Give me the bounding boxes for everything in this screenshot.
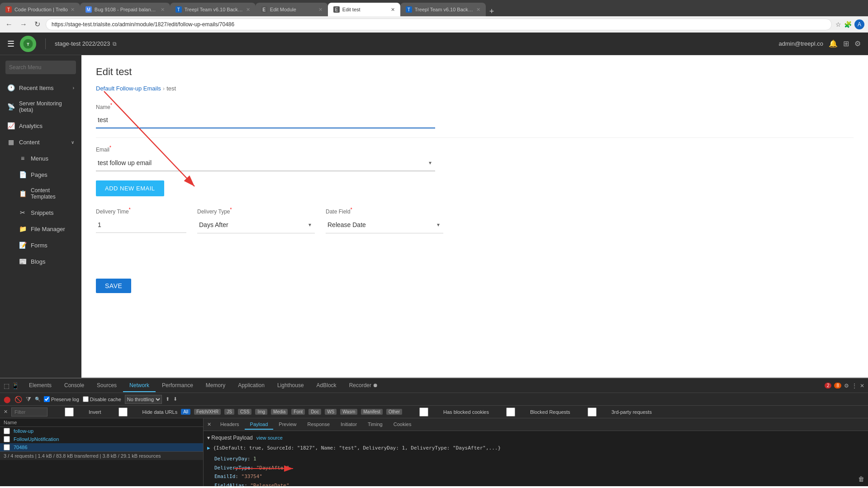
devtools-tab-performance[interactable]: Performance: [156, 379, 199, 392]
browser-tab-6[interactable]: T Treepl Team v6.10 Backlog - Bo... ✕: [400, 3, 486, 16]
download-icon[interactable]: ⬇: [173, 396, 177, 402]
sub-tab-timing[interactable]: Timing: [362, 420, 388, 430]
tab-close-2[interactable]: ✕: [161, 7, 165, 13]
add-new-email-button[interactable]: ADD NEW EMAIL: [96, 180, 164, 196]
browser-tab-5[interactable]: E Edit test ✕: [328, 3, 400, 16]
devtools-tab-sources[interactable]: Sources: [90, 379, 123, 392]
url-input[interactable]: [46, 19, 832, 30]
forward-button[interactable]: →: [18, 19, 29, 29]
invert-checkbox[interactable]: Invert: [51, 407, 101, 417]
sub-tab-preview[interactable]: Preview: [273, 420, 302, 430]
devtools-close-icon[interactable]: ✕: [860, 383, 864, 389]
bookmark-icon[interactable]: ☆: [835, 21, 841, 28]
devtools-device-icon[interactable]: 📱: [11, 382, 19, 389]
view-source-link[interactable]: view source: [256, 435, 283, 441]
clear-icon[interactable]: 🚫: [14, 396, 22, 403]
name-input[interactable]: [96, 112, 435, 128]
sidebar-item-content-templates[interactable]: 📋 Content Templates: [0, 183, 81, 204]
devtools-more-icon[interactable]: ⋮: [852, 383, 857, 389]
devtools-settings-icon[interactable]: ⚙: [844, 383, 849, 389]
sidebar-item-recent-items[interactable]: 🕐 Recent Items ›: [0, 80, 81, 96]
tab-close-4[interactable]: ✕: [318, 7, 323, 13]
sidebar-item-server-monitoring[interactable]: 📡 Server Monitoring (beta): [0, 96, 81, 118]
devtools-tab-application[interactable]: Application: [232, 379, 271, 392]
devtools-tab-lighthouse[interactable]: Lighthouse: [271, 379, 310, 392]
record-stop-icon[interactable]: ⬤: [4, 396, 11, 403]
filter-media[interactable]: Media: [271, 409, 288, 415]
filter-font[interactable]: Font: [291, 409, 305, 415]
filter-ws[interactable]: WS: [325, 409, 337, 415]
payload-expand-icon[interactable]: ▶: [207, 445, 213, 451]
external-link-icon[interactable]: ⧉: [113, 41, 117, 47]
devtools-tab-elements[interactable]: Elements: [23, 379, 58, 392]
sidebar-item-file-manager[interactable]: 📁 File Manager: [0, 221, 81, 237]
third-party-checkbox[interactable]: 3rd-party requests: [574, 407, 652, 417]
sidebar-item-menus[interactable]: ≡ Menus: [0, 150, 81, 166]
filter-other[interactable]: Other: [386, 409, 402, 415]
net-row-70486[interactable]: 70486: [0, 443, 203, 451]
browser-tab-1[interactable]: T Code Production | Trello ✕: [0, 3, 80, 16]
layout-icon[interactable]: ⊞: [843, 39, 849, 48]
upload-icon[interactable]: ⬆: [166, 396, 170, 402]
sub-tab-initiator[interactable]: Initiator: [335, 420, 362, 430]
sidebar-item-blogs[interactable]: 📰 Blogs: [0, 253, 81, 270]
profile-icon[interactable]: A: [854, 19, 864, 29]
tab-close-6[interactable]: ✕: [476, 7, 480, 13]
sidebar-item-content[interactable]: ▦ Content ∨: [0, 134, 81, 150]
sidebar-item-snippets[interactable]: ✂ Snippets: [0, 204, 81, 221]
browser-tab-2[interactable]: M Bug 9108 - Prepaid balance imp... ✕: [80, 3, 170, 16]
sub-tab-payload[interactable]: Payload: [245, 420, 274, 430]
notifications-icon[interactable]: 🔔: [829, 39, 838, 48]
hamburger-icon[interactable]: ☰: [7, 39, 14, 49]
net-row-checkbox-3[interactable]: [4, 444, 10, 450]
browser-tab-4[interactable]: E Edit Module ✕: [256, 3, 328, 16]
devtools-tab-adblock[interactable]: AdBlock: [310, 379, 343, 392]
search-input[interactable]: [5, 61, 76, 74]
back-button[interactable]: ←: [4, 19, 14, 29]
trash-icon[interactable]: 🗑: [858, 475, 864, 483]
devtools-inspect-icon[interactable]: ⬚: [4, 382, 9, 389]
filter-input[interactable]: [11, 407, 47, 417]
filter-css[interactable]: CSS: [238, 409, 252, 415]
net-row-follow-up-notification[interactable]: FollowUpNotification: [0, 435, 203, 443]
filter-clear-icon[interactable]: ✕: [4, 409, 8, 415]
net-row-follow-up[interactable]: follow-up: [0, 427, 203, 435]
browser-tab-3[interactable]: T Treepl Team v6.10 Backlog - Boa... ✕: [170, 3, 256, 16]
sidebar-item-pages[interactable]: 📄 Pages: [0, 166, 81, 183]
devtools-tab-console[interactable]: Console: [58, 379, 90, 392]
delivery-type-select[interactable]: Days After Days Before: [197, 217, 315, 233]
save-button[interactable]: SAVE: [96, 279, 131, 293]
payload-panel-close[interactable]: ✕: [207, 422, 211, 427]
blocked-requests-checkbox[interactable]: Blocked Requests: [493, 407, 570, 417]
disable-cache-checkbox[interactable]: Disable cache: [83, 396, 121, 402]
sub-tab-cookies[interactable]: Cookies: [388, 420, 417, 430]
delivery-time-input[interactable]: [96, 217, 186, 233]
filter-all[interactable]: All: [181, 409, 190, 415]
new-tab-button[interactable]: +: [486, 7, 498, 16]
extensions-icon[interactable]: 🧩: [844, 21, 852, 28]
tab-close-1[interactable]: ✕: [71, 7, 75, 13]
tab-close-5[interactable]: ✕: [391, 7, 395, 13]
devtools-tab-memory[interactable]: Memory: [199, 379, 232, 392]
search-icon[interactable]: 🔍: [35, 397, 40, 402]
reload-button[interactable]: ↻: [33, 19, 42, 29]
filter-manifest[interactable]: Manifest: [361, 409, 383, 415]
devtools-tab-network[interactable]: Network: [123, 379, 156, 392]
devtools-tab-recorder[interactable]: Recorder ⏺: [343, 379, 385, 392]
sub-tab-response[interactable]: Response: [302, 420, 335, 430]
hide-data-urls-checkbox[interactable]: Hide data URLs: [105, 407, 178, 417]
date-field-select[interactable]: Release Date Created Date Updated Date: [326, 217, 443, 233]
sidebar-item-forms[interactable]: 📝 Forms: [0, 237, 81, 253]
net-row-checkbox-1[interactable]: [4, 428, 10, 434]
sub-tab-headers[interactable]: Headers: [215, 420, 245, 430]
tab-close-3[interactable]: ✕: [246, 7, 250, 13]
filter-icon[interactable]: ⧩: [26, 395, 31, 403]
blocked-cookies-checkbox[interactable]: Has blocked cookies: [406, 407, 489, 417]
filter-img[interactable]: Img: [255, 409, 267, 415]
filter-doc[interactable]: Doc: [308, 409, 321, 415]
filter-wasm[interactable]: Wasm: [340, 409, 357, 415]
breadcrumb-link[interactable]: Default Follow-up Emails: [96, 85, 161, 92]
net-row-checkbox-2[interactable]: [4, 436, 10, 442]
throttle-select[interactable]: No throttling: [125, 395, 162, 404]
filter-fetch-xhr[interactable]: Fetch/XHR: [194, 409, 221, 415]
